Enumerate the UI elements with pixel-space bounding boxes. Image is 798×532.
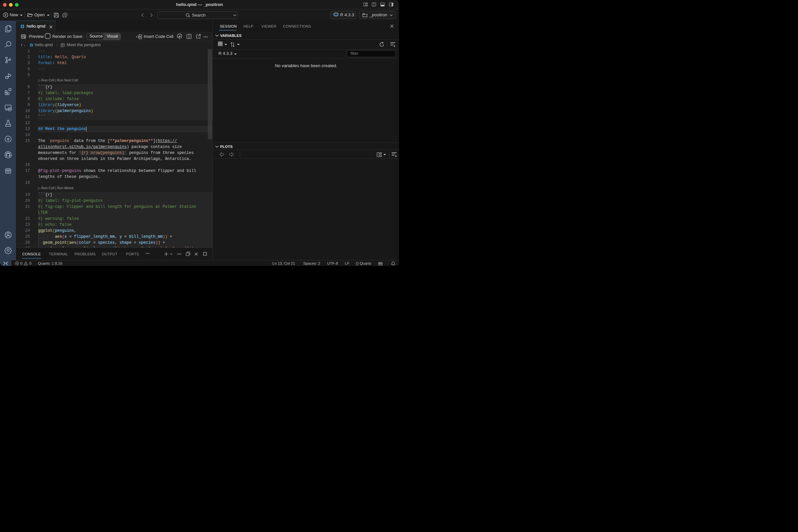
svg-text:R: R — [335, 13, 338, 17]
